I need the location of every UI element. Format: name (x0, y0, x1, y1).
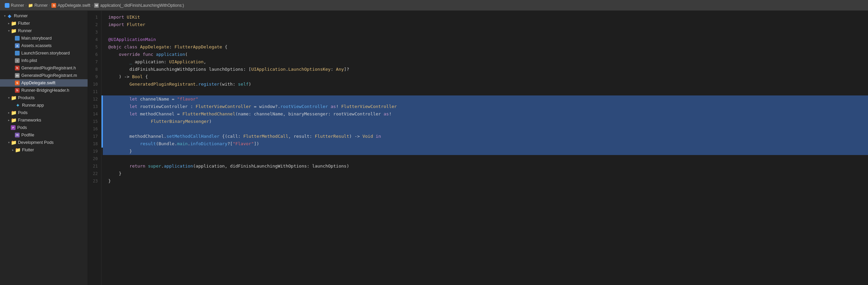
podfile-label: Podfile (21, 133, 34, 137)
code-line-4: @UIApplicationMain (103, 36, 868, 43)
sidebar-item-launch-storyboard[interactable]: LaunchScreen.storyboard (0, 49, 88, 57)
sidebar-item-frameworks[interactable]: 📁 Frameworks (0, 116, 88, 124)
chevron-products (7, 96, 11, 100)
launch-storyboard-label: LaunchScreen.storyboard (21, 51, 70, 56)
breadcrumb-swift-icon: S (51, 3, 56, 8)
sidebar-item-flutter-dev[interactable]: 📁 Flutter (0, 146, 88, 154)
line-num-10: 10 (88, 81, 101, 88)
pods-ref-icon: P (11, 125, 16, 130)
breadcrumb-runner-label[interactable]: Runner (11, 3, 24, 8)
runner-app-icon: ✦ (15, 103, 20, 108)
line-num-6: 6 (88, 51, 101, 58)
code-line-20: return super.application(application, di… (103, 162, 868, 170)
main-storyboard-icon (15, 36, 20, 41)
sidebar-item-products[interactable]: 📁 Products (0, 94, 88, 102)
frameworks-label: Frameworks (18, 118, 41, 123)
chevron-pods-group (7, 111, 11, 115)
flutter-top-icon: 📁 (11, 21, 16, 26)
main-layout: ◆ Runner 📁 Flutter 📁 Runner Main.storybo… (0, 11, 868, 285)
sidebar-item-appdelegate[interactable]: S AppDelegate.swift (0, 79, 88, 87)
sidebar-item-bridging-header[interactable]: h Runner-BridgingHeader.h (0, 87, 88, 94)
line-num-1: 1 (88, 14, 101, 21)
line-num-3: 3 (88, 28, 101, 36)
sidebar-item-dev-pods[interactable]: 📁 Development Pods (0, 139, 88, 146)
assets-label: Assets.xcassets (21, 43, 52, 48)
code-line-16: methodChannel.setMethodCallHandler {(cal… (103, 133, 868, 140)
breadcrumb-sep-3: › (92, 3, 93, 7)
line-num-5: 5 (88, 43, 101, 51)
main-storyboard-label: Main.storyboard (21, 36, 52, 41)
flutter-dev-icon: 📁 (15, 147, 20, 153)
chevron-runner-root (3, 14, 7, 18)
line-num-11: 11 (88, 88, 101, 95)
frameworks-icon: 📁 (11, 117, 16, 123)
generated-h-icon: h (15, 66, 20, 70)
breadcrumb-runner2-label[interactable]: Runner (35, 3, 48, 8)
line-num-4: 4 (88, 36, 101, 43)
sidebar-item-generated-h[interactable]: h GeneratedPluginRegistrant.h (0, 64, 88, 72)
flutter-dev-label: Flutter (22, 148, 34, 152)
line-numbers: 1 2 3 4 5 6 7 8 9 10 11 12 13 14 15 16 1… (88, 11, 101, 285)
sidebar-item-pods-ref[interactable]: P Pods (0, 124, 88, 131)
sidebar-item-pods-group[interactable]: 📁 Pods (0, 109, 88, 116)
code-line-23 (103, 185, 868, 192)
sidebar-item-assets[interactable]: A Assets.xcassets (0, 42, 88, 49)
code-line-5: @objc class AppDelegate: FlutterAppDeleg… (103, 43, 868, 51)
sidebar-item-podfile[interactable]: rb Podfile (0, 131, 88, 139)
code-content[interactable]: import UIKit import Flutter @UIApplicati… (103, 11, 868, 285)
line-num-14: 14 (88, 110, 101, 118)
line-num-13: 13 (88, 103, 101, 110)
line-num-2: 2 (88, 21, 101, 28)
line-num-17: 17 (88, 133, 101, 140)
dev-pods-label: Development Pods (18, 140, 54, 145)
generated-h-label: GeneratedPluginRegistrant.h (21, 66, 76, 70)
code-line-22: } (103, 177, 868, 185)
chevron-dev-pods (7, 140, 11, 145)
breadcrumb-sep-1: › (25, 3, 26, 7)
pods-ref-label: Pods (17, 125, 27, 130)
pods-group-icon: 📁 (11, 110, 16, 115)
code-line-17: result(Bundle.main.infoDictionary?["Flav… (103, 140, 868, 148)
sidebar-item-runner-group[interactable]: 📁 Runner (0, 27, 88, 35)
line-num-23: 23 (88, 177, 101, 185)
sidebar-item-runner-app[interactable]: ✦ Runner.app (0, 102, 88, 109)
launch-storyboard-icon (15, 51, 20, 56)
code-line-14b: FlutterBinaryMessenger) (103, 118, 868, 125)
sidebar-item-flutter-top[interactable]: 📁 Flutter (0, 20, 88, 27)
sidebar-item-main-storyboard[interactable]: Main.storyboard (0, 35, 88, 42)
code-line-2: import Flutter (103, 21, 868, 28)
breadcrumb-method-label[interactable]: application(_:didFinishLaunchingWithOpti… (100, 3, 184, 8)
appdelegate-icon: S (15, 81, 20, 85)
line-num-15: 15 (88, 118, 101, 125)
line-num-8: 8 (88, 66, 101, 73)
appdelegate-label: AppDelegate.swift (21, 81, 55, 85)
code-line-18: } (103, 148, 868, 155)
generated-m-icon: m (15, 73, 20, 78)
sidebar-item-generated-m[interactable]: m GeneratedPluginRegistrant.m (0, 72, 88, 79)
pods-group-label: Pods (18, 110, 28, 115)
sidebar-item-info-plist[interactable]: i Info.plist (0, 57, 88, 64)
line-num-22: 22 (88, 170, 101, 177)
sidebar-item-runner-root[interactable]: ◆ Runner (0, 12, 88, 20)
chevron-frameworks (7, 118, 11, 122)
line-num-12: 12 (88, 95, 101, 103)
runner-group-icon: 📁 (11, 28, 16, 34)
editor[interactable]: 1 2 3 4 5 6 7 8 9 10 11 12 13 14 15 16 1… (88, 11, 868, 285)
products-icon: 📁 (11, 95, 16, 101)
breadcrumb-appdelegate-label[interactable]: AppDelegate.swift (58, 3, 90, 8)
runner-app-label: Runner.app (22, 103, 44, 108)
code-line-19 (103, 155, 868, 162)
breadcrumb-bar: Runner › 📁 Runner › S AppDelegate.swift … (0, 0, 868, 11)
code-line-9: ) -> Bool { (103, 73, 868, 81)
products-label: Products (18, 95, 35, 100)
flutter-top-label: Flutter (18, 21, 30, 26)
code-line-1: import UIKit (103, 14, 868, 21)
line-num-16: 16 (88, 125, 101, 133)
chevron-flutter-dev (11, 148, 15, 152)
runner-root-label: Runner (14, 14, 28, 18)
code-line-15 (103, 125, 868, 133)
code-line-10: GeneratedPluginRegistrant.register(with:… (103, 81, 868, 88)
breadcrumb-sep-2: › (49, 3, 50, 7)
assets-icon: A (15, 43, 20, 48)
code-line-11 (103, 88, 868, 95)
